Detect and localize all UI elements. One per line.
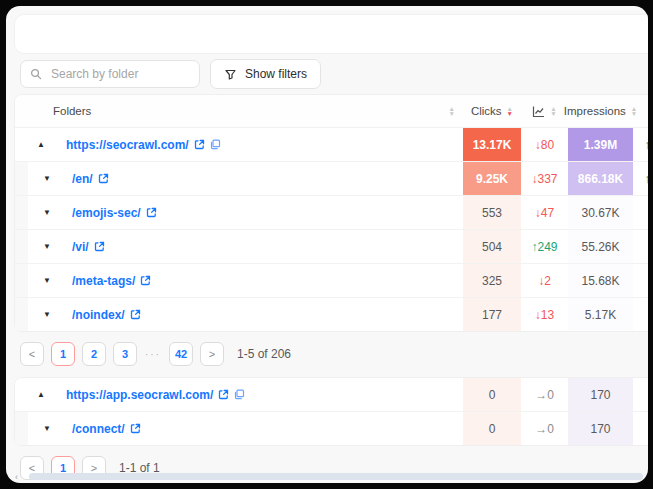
external-link-icon[interactable]: [98, 173, 109, 184]
clicks-cell: 9.25K: [463, 162, 521, 195]
prev-page-button[interactable]: <: [20, 342, 44, 366]
impressions-cell: 5.17K: [568, 298, 633, 331]
page-button-42[interactable]: 42: [169, 342, 193, 366]
clicks-trend-cell: ↑249: [521, 230, 568, 263]
copy-icon[interactable]: [210, 139, 221, 150]
clicks-cell: 0: [463, 378, 521, 411]
folder-link[interactable]: https://seocrawl.com/: [66, 138, 221, 152]
impressions-cell: 170: [568, 378, 633, 411]
table-row: ▼ /vi/ 504 ↑249 55.26K ↑1: [15, 229, 648, 263]
table-row: ▲ https://seocrawl.com/ 13.17K ↓80 1.39M…: [15, 127, 648, 161]
clicks-trend-cell: ↓337: [521, 162, 568, 195]
external-link-icon[interactable]: [130, 423, 141, 434]
header-clicks: Clicks ▲▼: [463, 95, 521, 127]
external-link-icon[interactable]: [218, 389, 229, 400]
clicks-trend-cell: ↓47: [521, 196, 568, 229]
sort-folders-icon[interactable]: ▲▼: [449, 106, 455, 116]
clicks-trend-cell: →0: [521, 378, 568, 411]
line-chart-icon: [532, 105, 545, 118]
external-link-icon[interactable]: [140, 275, 151, 286]
clicks-trend-cell: ↓2: [521, 264, 568, 297]
horizontal-scrollbar-thumb[interactable]: [29, 473, 643, 480]
sort-clicks-icon[interactable]: ▲▼: [507, 106, 513, 116]
external-link-icon[interactable]: [146, 207, 157, 218]
folder-link[interactable]: /meta-tags/: [72, 274, 151, 288]
header-folders-label: Folders: [15, 105, 91, 117]
table-header-row: Folders ▲▼ Clicks ▲▼ ▲▼: [15, 95, 648, 127]
pagination-1: < 1 2 3 ··· 42 > 1-5 of 206: [14, 332, 648, 377]
main-panel: Show filters Folders ▲▼ Clicks ▲▼: [6, 6, 648, 483]
indent-gutter: [15, 196, 28, 229]
collapse-caret-icon[interactable]: ▼: [34, 208, 60, 217]
impressions-trend-cell: ↑95: [633, 162, 648, 195]
collapse-caret-icon[interactable]: ▲: [28, 390, 54, 399]
next-page-button[interactable]: >: [200, 342, 224, 366]
pagination-ellipsis[interactable]: ···: [145, 349, 161, 360]
collapse-caret-icon[interactable]: ▼: [34, 242, 60, 251]
folder-link[interactable]: /en/: [72, 172, 109, 186]
external-link-icon[interactable]: [130, 309, 141, 320]
impressions-trend-cell: ↓8: [633, 196, 648, 229]
impressions-cell: 866.18K: [568, 162, 633, 195]
header-impressions: Impressions ▲▼: [568, 95, 633, 127]
filter-funnel-icon: [224, 68, 237, 81]
page-button-1[interactable]: 1: [51, 342, 75, 366]
folder-link[interactable]: /noindex/: [72, 308, 141, 322]
show-filters-label: Show filters: [245, 67, 307, 81]
page-button-3[interactable]: 3: [113, 342, 137, 366]
search-input-wrapper[interactable]: [20, 60, 200, 88]
clicks-cell: 504: [463, 230, 521, 263]
collapse-caret-icon[interactable]: ▼: [34, 174, 60, 183]
show-filters-button[interactable]: Show filters: [210, 59, 321, 89]
impressions-trend-cell: ↑: [633, 412, 648, 445]
toolbar: Show filters: [20, 59, 321, 89]
collapse-caret-icon[interactable]: ▼: [34, 424, 60, 433]
impressions-cell: 55.26K: [568, 230, 633, 263]
clicks-cell: 13.17K: [463, 128, 521, 161]
sort-clicks-trend-icon[interactable]: ▲▼: [550, 106, 556, 116]
header-clicks-trend: ▲▼: [521, 95, 568, 127]
impressions-trend-cell: ↑2: [633, 264, 648, 297]
table-row: ▼ /meta-tags/ 325 ↓2 15.68K ↑2: [15, 263, 648, 297]
scroll-left-arrow-icon[interactable]: ‹: [15, 472, 18, 482]
folder-link[interactable]: https://app.seocrawl.com/: [66, 388, 245, 402]
indent-gutter: [15, 412, 28, 445]
indent-gutter: [15, 162, 28, 195]
table-row: ▼ /connect/ 0 →0 170 ↑: [15, 411, 648, 445]
table-row: ▲ https://app.seocrawl.com/ 0 →0 170 ↑: [15, 378, 648, 411]
folder-link[interactable]: /vi/: [72, 240, 105, 254]
folders-table-card-2: ▲ https://app.seocrawl.com/ 0 →0 170 ↑: [14, 377, 648, 446]
impressions-cell: 15.68K: [568, 264, 633, 297]
indent-gutter: [15, 298, 28, 331]
folders-table: Folders ▲▼ Clicks ▲▼ ▲▼: [14, 94, 648, 483]
impressions-trend-cell: ↑1: [633, 230, 648, 263]
clicks-cell: 177: [463, 298, 521, 331]
indent-gutter: [15, 230, 28, 263]
clicks-trend-cell: ↓80: [521, 128, 568, 161]
table-row: ▼ /noindex/ 177 ↓13 5.17K ↑: [15, 297, 648, 331]
impressions-trend-cell: ↑74: [633, 128, 648, 161]
line-chart-icon: [648, 105, 649, 118]
top-empty-card: [14, 14, 648, 54]
impressions-cell: 30.67K: [568, 196, 633, 229]
collapse-caret-icon[interactable]: ▼: [34, 276, 60, 285]
search-input[interactable]: [49, 66, 190, 82]
impressions-trend-cell: ↑: [633, 298, 648, 331]
folder-link[interactable]: /connect/: [72, 422, 141, 436]
collapse-caret-icon[interactable]: ▼: [34, 310, 60, 319]
collapse-caret-icon[interactable]: ▲: [28, 140, 54, 149]
page-button-2[interactable]: 2: [82, 342, 106, 366]
copy-icon[interactable]: [234, 389, 245, 400]
indent-gutter: [15, 264, 28, 297]
clicks-trend-cell: ↓13: [521, 298, 568, 331]
external-link-icon[interactable]: [194, 139, 205, 150]
folder-link[interactable]: /emojis-sec/: [72, 206, 157, 220]
impressions-trend-cell: ↑: [633, 378, 648, 411]
clicks-cell: 553: [463, 196, 521, 229]
impressions-cell: 1.39M: [568, 128, 633, 161]
search-icon: [30, 68, 42, 80]
header-clicks-label: Clicks: [471, 105, 502, 117]
external-link-icon[interactable]: [94, 241, 105, 252]
table-row: ▼ /en/ 9.25K ↓337 866.18K ↑95: [15, 161, 648, 195]
clicks-trend-cell: →0: [521, 412, 568, 445]
